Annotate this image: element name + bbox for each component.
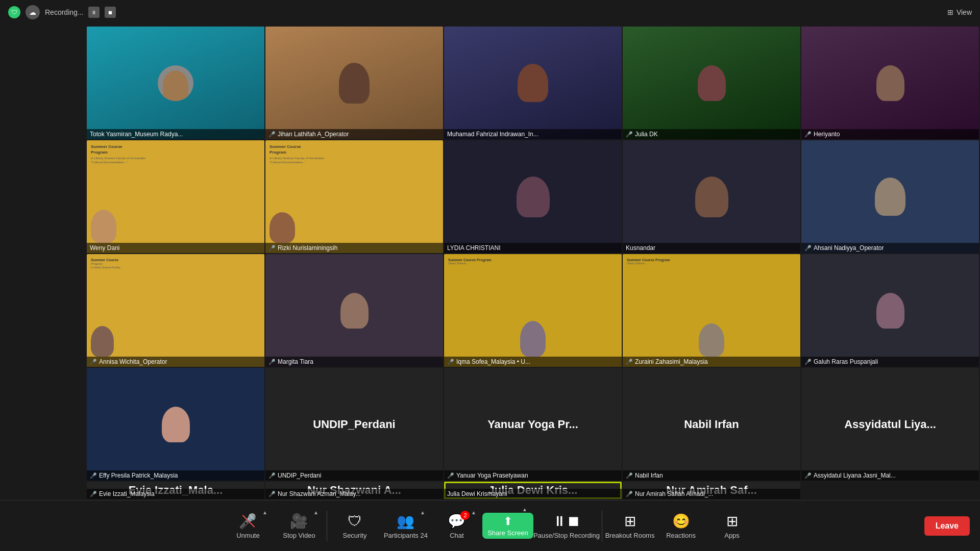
participants-label: Participants 24 [384,532,428,539]
top-bar: 🛡 ☁ Recording... ⏸ ⏹ ⊞ View [0,0,980,24]
grid-icon: ⊞ [947,8,953,16]
tile-name: 🎤 Iqma Sofea_Malaysia • U... [444,357,622,367]
video-tile: Muhamad Fahrizal Indrawan_In... [444,27,622,139]
share-screen-button[interactable]: ⬆ Share Screen ▲ [482,500,533,551]
tile-name: 🎤 Zuraini Zahasimi_Malaysia [623,357,800,367]
tile-name: 🎤 Yanuar Yoga Prasetyawan [444,470,622,481]
tile-participant-name: Iqma Sofea_Malaysia • U... [456,358,530,365]
video-tile-active-speaker: Julia Dewi Kris... Julia Dewi Krismayani [444,482,622,499]
tile-name: 🎤 Evie Izzati_Malaysia [87,489,264,499]
mute-icon: 🎤 [626,359,633,365]
tile-name: 🎤 Assyidatul Liyana Jasni_Mal... [801,470,979,481]
video-tile: Nabil Irfan 🎤 Nabil Irfan [623,368,800,481]
mute-icon: 🎤 [804,245,812,252]
video-tile: Yanuar Yoga Pr... 🎤 Yanuar Yoga Prasetya… [444,368,622,481]
shield-icon: 🛡 [8,6,20,18]
tile-participant-name: Rizki Nurislaminingsih [278,244,337,252]
tile-participant-name: Totok Yasmiran_Museum Radya... [90,131,183,138]
shield-toolbar-icon: 🛡 [348,513,362,530]
breakout-rooms-icon: ⊞ [624,513,636,530]
video-tile: LYDIA CHRISTIANI [444,140,622,253]
view-label: View [957,8,972,16]
tile-name: LYDIA CHRISTIANI [444,243,622,253]
tile-name: Totok Yasmiran_Museum Radya... [87,129,264,139]
tile-name: 🎤 Annisa Wichita_Operator [87,357,264,367]
video-tile: 🎤 Margita Tiara [265,254,443,367]
recording-label: Recording... [45,8,83,16]
video-tile: 🎤 Heriyanto [801,27,979,139]
tile-name: 🎤 Galuh Raras Puspanjali [801,357,979,367]
chat-badge: 2 [460,511,470,520]
leave-button[interactable]: Leave [924,516,970,536]
bottom-toolbar: 🎤 Unmute ▲ 🎥 Stop Video ▲ 🛡 Security 👥 P… [0,500,980,551]
share-screen-caret[interactable]: ▲ [522,507,527,512]
video-tile: Summer Course Program Library Science...… [444,254,622,367]
video-tile: Nur Amirah Saf... 🎤 Nur Amirah Safiah Al… [623,482,800,499]
mute-icon: 🎤 [268,472,276,479]
camera-icon: 🎥 [290,513,308,530]
tile-name: Kusnandar [623,243,800,253]
tile-name: 🎤 Rizki Nurislaminingsih [265,243,443,253]
security-button[interactable]: 🛡 Security [329,500,380,551]
tile-name: Muhamad Fahrizal Indrawan_In... [444,129,622,139]
toolbar-divider [327,511,327,541]
tile-display-name: UNDIP_Perdani [311,416,397,433]
toolbar-divider-2 [602,511,602,541]
video-tile: 🎤 Galuh Raras Puspanjali [801,254,979,367]
tile-participant-name: Effy Presila Patrick_Malaysia [99,472,178,479]
breakout-rooms-button[interactable]: ⊞ Breakout Rooms [604,500,655,551]
unmute-button[interactable]: 🎤 Unmute ▲ [223,500,274,551]
video-tile: Summer Course Program in Library Science… [87,140,264,253]
stop-recording-button[interactable]: ⏹ [105,7,116,18]
video-tile: Kusnandar [623,140,800,253]
tile-participant-name: Julia DK [635,131,658,138]
pause-recording-button[interactable]: ⏸ [88,7,100,18]
tile-name: 🎤 Nabil Irfan [623,470,800,481]
tile-display-name: Nabil Irfan [682,416,741,433]
apps-icon: ⊞ [726,513,738,530]
stop-video-button[interactable]: 🎥 Stop Video ▲ [274,500,325,551]
tile-name: 🎤 Nur Amirah Safiah Almadi_... [623,489,800,499]
tile-name: 🎤 Jihan Lathifah A_Operator [265,129,443,139]
participants-button[interactable]: 👥 Participants 24 ▲ [380,500,431,551]
cloud-icon: ☁ [26,5,40,19]
chat-button[interactable]: 💬 2 Chat ▲ [431,500,482,551]
tile-name: 🎤 UNDIP_Perdani [265,470,443,481]
video-tile: Assyidatul Liya... 🎤 Assyidatul Liyana J… [801,368,979,481]
mute-icon: 🎤 [626,131,633,138]
mute-icon: 🎤 [90,359,97,365]
mute-icon: 🎤 [447,472,454,479]
tile-name: Weny Dani [87,243,264,253]
chat-label: Chat [450,532,463,539]
video-tile: Nur Shazwani A... 🎤 Nur Shazwani Azman_M… [265,482,443,499]
unmute-caret[interactable]: ▲ [262,510,267,515]
tile-participant-name: Yanuar Yoga Prasetyawan [456,472,528,479]
tile-participant-name: Assyidatul Liyana Jasni_Mal... [814,472,896,479]
mute-icon: 🎤 [804,359,812,365]
tile-participant-name: Nur Shazwani Azman_Malay... [278,490,361,497]
chat-caret[interactable]: ▲ [471,510,476,515]
tile-name: 🎤 Margita Tiara [265,357,443,367]
tile-participant-name: LYDIA CHRISTIANI [447,244,500,252]
mute-icon: 🎤 [90,491,97,497]
top-bar-left: 🛡 ☁ Recording... ⏸ ⏹ [8,5,116,19]
video-tile: Summer Course Program in Library Science… [87,254,264,367]
mute-icon: 🎤 [447,359,454,365]
video-tile: Totok Yasmiran_Museum Radya... [87,27,264,139]
reactions-button[interactable]: 😊 Reactions [655,500,706,551]
security-label: Security [342,532,366,539]
video-tile: Summer Course Program Library Science...… [623,254,800,367]
pause-stop-recording-button[interactable]: ⏸⏹ Pause/Stop Recording [533,500,600,551]
tile-participant-name: Nur Amirah Safiah Almadi_... [635,490,713,497]
video-tile: 🎤 Julia DK [623,27,800,139]
mute-icon: 🎤 [268,491,276,497]
stop-video-caret[interactable]: ▲ [313,510,318,515]
apps-label: Apps [724,532,740,539]
participants-caret[interactable]: ▲ [420,510,425,515]
reactions-label: Reactions [666,532,696,539]
view-button[interactable]: ⊞ View [947,8,972,16]
tile-participant-name: Heriyanto [814,131,840,138]
mute-icon: 🎤 [268,131,276,138]
apps-button[interactable]: ⊞ Apps [706,500,757,551]
tile-participant-name: Nabil Irfan [635,472,663,479]
